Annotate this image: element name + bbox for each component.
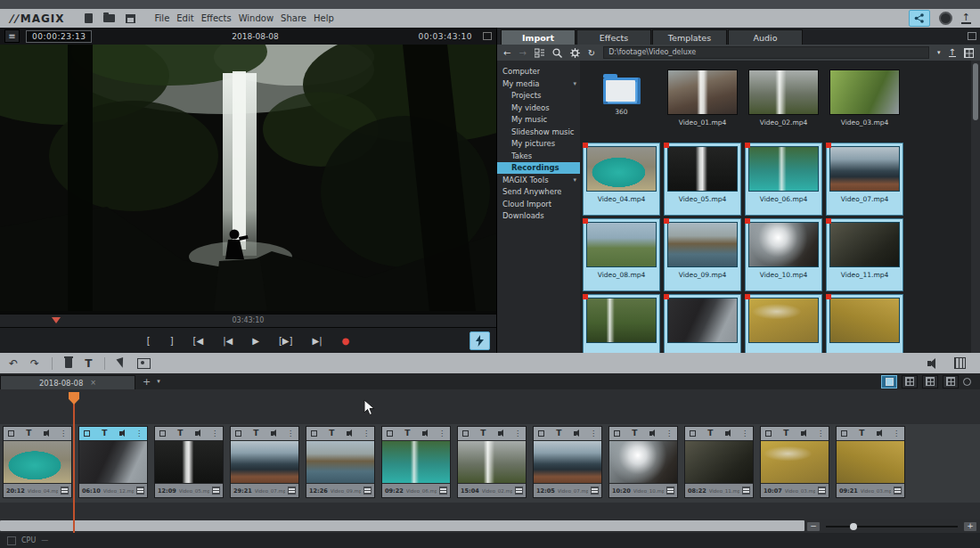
tree-item-cloud-import[interactable]: Cloud Import xyxy=(497,199,580,210)
gear-icon[interactable] xyxy=(570,48,580,58)
open-project-icon[interactable] xyxy=(103,14,115,22)
clip-audio-icon[interactable] xyxy=(347,431,349,436)
media-item[interactable] xyxy=(664,294,741,353)
media-scrollbar-thumb[interactable] xyxy=(973,63,978,120)
clip-menu-icon[interactable]: ⋮ xyxy=(438,430,445,438)
menu-effects[interactable]: Effects xyxy=(198,12,235,25)
clip-checkbox-icon[interactable] xyxy=(235,430,241,437)
clip-menu-icon[interactable]: ⋮ xyxy=(287,430,294,438)
clip-title-icon[interactable]: T xyxy=(556,429,561,438)
path-dropdown-icon[interactable]: ▾ xyxy=(937,49,941,56)
clip-checkbox-icon[interactable] xyxy=(159,430,166,437)
jump-end-button[interactable]: ▶| xyxy=(312,336,322,346)
media-item[interactable]: Video_07.mp4 xyxy=(826,143,903,216)
instant-export-button[interactable] xyxy=(470,331,490,350)
jump-start-button[interactable]: [◀ xyxy=(193,336,204,346)
clip-audio-icon[interactable] xyxy=(725,431,728,436)
timeline-clip[interactable]: T⋮10:20Video_10.mp4 xyxy=(608,426,678,498)
clip-audio-icon[interactable] xyxy=(119,431,122,436)
zoom-out-button[interactable]: − xyxy=(807,522,820,531)
clip-audio-icon[interactable] xyxy=(877,431,879,436)
timeline-clip[interactable]: T⋮10:07Video_03.mp4 xyxy=(760,426,829,498)
clip-menu-icon[interactable]: ⋮ xyxy=(893,430,900,438)
redo-icon[interactable]: ↷ xyxy=(30,358,39,369)
tree-item-takes[interactable]: Takes xyxy=(497,151,580,162)
clip-menu-icon[interactable]: ⋮ xyxy=(363,430,370,438)
clip-audio-icon[interactable] xyxy=(574,431,576,436)
media-item[interactable]: Video_02.mp4 xyxy=(745,67,822,140)
up-level-icon[interactable]: ↑ xyxy=(949,48,956,57)
overview-mode-button[interactable] xyxy=(922,375,938,389)
media-item[interactable] xyxy=(745,294,822,353)
add-tab-button[interactable]: + xyxy=(143,376,151,388)
clip-menu-icon[interactable]: ⋮ xyxy=(741,430,748,438)
tree-item-my-pictures[interactable]: My pictures xyxy=(497,138,580,150)
timeline-clip[interactable]: T⋮12:26Video_09.mp4 xyxy=(306,426,375,498)
timeline-clip[interactable]: T⋮12:09Video_05.mp4 xyxy=(154,426,224,498)
video-preview[interactable] xyxy=(0,45,496,314)
tree-item-recordings[interactable]: Recordings xyxy=(497,162,580,174)
chevron-down-icon[interactable]: ▾ xyxy=(573,78,580,90)
chevron-down-icon[interactable]: ▾ xyxy=(573,175,580,186)
forward-icon[interactable]: → xyxy=(519,48,526,58)
tree-item-projects[interactable]: Projects xyxy=(497,90,580,102)
tree-item-computer[interactable]: Computer xyxy=(497,66,580,78)
timeline-tab[interactable]: 2018-08-08 × xyxy=(0,375,135,389)
tree-item-slideshow-music[interactable]: Slideshow music xyxy=(497,127,580,138)
media-item[interactable]: Video_10.mp4 xyxy=(745,218,822,291)
media-item[interactable]: Video_09.mp4 xyxy=(664,218,741,291)
menu-window[interactable]: Window xyxy=(235,12,277,25)
clip-menu-icon[interactable]: ⋮ xyxy=(135,430,143,438)
clip-checkbox-icon[interactable] xyxy=(841,430,847,437)
media-item[interactable]: Video_11.mp4 xyxy=(826,218,903,291)
detach-preview-icon[interactable] xyxy=(483,32,492,40)
clip-checkbox-icon[interactable] xyxy=(311,430,317,437)
timeline-clip[interactable]: T⋮29:21Video_07.mp4 xyxy=(230,426,299,498)
menu-edit[interactable]: Edit xyxy=(173,12,197,25)
save-project-icon[interactable] xyxy=(126,14,135,23)
timeline-clip[interactable]: T⋮09:22Video_06.mp4 xyxy=(381,426,451,498)
close-tab-icon[interactable]: × xyxy=(90,379,96,387)
share-quick-button[interactable] xyxy=(909,10,930,27)
media-folder-360[interactable]: 360 xyxy=(583,67,660,140)
clip-audio-icon[interactable] xyxy=(649,431,652,436)
timeline-clip[interactable]: T⋮20:12Video_04.mp4 xyxy=(3,426,72,498)
audio-mute-icon[interactable] xyxy=(927,361,931,366)
tree-item-my-videos[interactable]: My videos xyxy=(497,102,580,114)
menu-file[interactable]: File xyxy=(151,12,174,25)
preview-scrub-bar[interactable]: 03:43:10 xyxy=(0,314,496,328)
clip-audio-icon[interactable] xyxy=(801,431,804,436)
path-field[interactable]: D:\footage\Video_deluxe xyxy=(603,46,929,59)
storyboard-mode-button[interactable] xyxy=(881,375,897,389)
clip-title-icon[interactable]: T xyxy=(859,429,864,438)
clip-menu-icon[interactable]: ⋮ xyxy=(817,430,824,438)
tab-audio[interactable]: Audio xyxy=(728,29,803,45)
zoom-in-button[interactable]: + xyxy=(964,522,976,531)
clip-menu-icon[interactable]: ⋮ xyxy=(666,430,673,438)
upload-icon[interactable]: ↑ xyxy=(961,13,971,24)
clip-audio-icon[interactable] xyxy=(195,431,198,436)
clip-title-icon[interactable]: T xyxy=(480,429,486,438)
timeline-clip[interactable]: T⋮09:21Video_03.mp4 xyxy=(836,426,905,498)
clip-title-icon[interactable]: T xyxy=(404,429,410,438)
timeline-clip[interactable]: T⋮06:10Video_12.mp4 xyxy=(78,426,148,498)
mode-options-icon[interactable] xyxy=(963,378,971,386)
tab-templates[interactable]: Templates xyxy=(652,29,727,45)
media-item[interactable]: Video_04.mp4 xyxy=(583,143,660,216)
delete-icon[interactable] xyxy=(65,358,72,368)
new-project-icon[interactable] xyxy=(85,13,93,23)
media-scrollbar[interactable] xyxy=(971,61,980,353)
tab-effects[interactable]: Effects xyxy=(576,29,651,45)
title-editor-icon[interactable]: T xyxy=(85,358,92,369)
search-icon[interactable] xyxy=(552,48,562,58)
timeline-hscrollbar[interactable]: − + xyxy=(0,519,980,533)
clip-checkbox-icon[interactable] xyxy=(538,430,544,437)
mark-in-button[interactable]: [ xyxy=(147,336,151,346)
clip-menu-icon[interactable]: ⋮ xyxy=(211,430,218,438)
clip-checkbox-icon[interactable] xyxy=(84,430,90,437)
clip-checkbox-icon[interactable] xyxy=(614,430,620,437)
timeline-area[interactable]: T⋮20:12Video_04.mp4T⋮06:10Video_12.mp4T⋮… xyxy=(0,389,980,519)
clip-menu-icon[interactable]: ⋮ xyxy=(60,430,67,438)
computer-list-icon[interactable] xyxy=(535,48,544,58)
record-button[interactable]: ● xyxy=(342,336,350,346)
